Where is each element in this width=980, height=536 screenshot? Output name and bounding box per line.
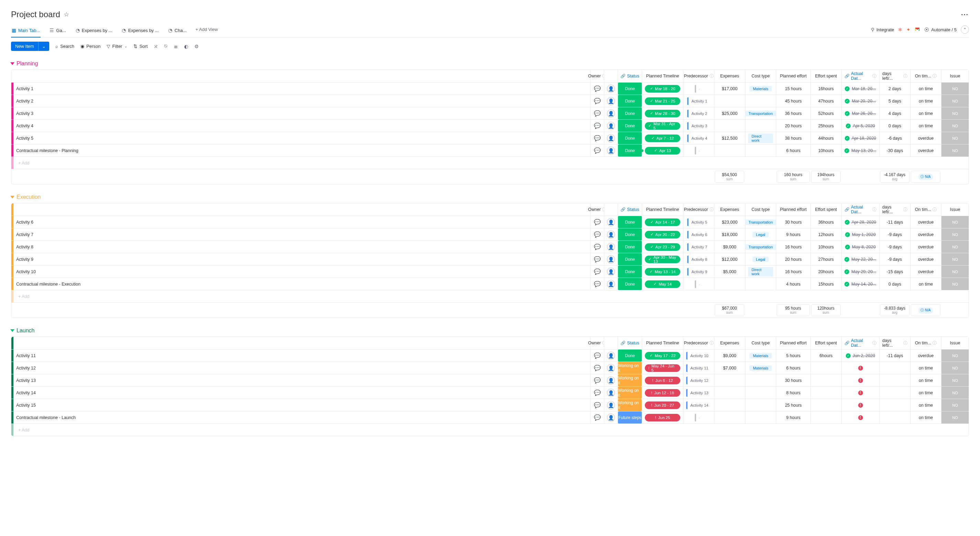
status-cell[interactable]: Done — [618, 107, 642, 119]
conversation-button[interactable]: 💬 — [590, 83, 604, 95]
effort-spent-cell[interactable]: 15hours — [810, 278, 841, 290]
col-cost-type[interactable]: Cost type — [745, 337, 776, 349]
status-cell[interactable]: Done — [618, 350, 642, 361]
gmail-icon[interactable] — [915, 27, 920, 33]
days-left-cell[interactable] — [879, 374, 910, 386]
on-time-cell[interactable]: overdue — [910, 266, 941, 278]
issue-cell[interactable]: NO — [941, 412, 969, 423]
info-icon[interactable]: ⓘ — [932, 207, 937, 213]
days-left-cell[interactable]: -30 days — [879, 145, 910, 156]
col-on-time[interactable]: On tim...ⓘ — [910, 337, 941, 349]
owner-cell[interactable]: 👤 — [604, 253, 618, 265]
expenses-cell[interactable] — [714, 374, 745, 386]
expenses-cell[interactable]: $12,000 — [714, 253, 745, 265]
on-time-cell[interactable]: on time — [910, 412, 941, 423]
item-name[interactable]: Contractual milestone - Execution — [13, 278, 590, 290]
conversation-button[interactable]: 💬 — [590, 362, 604, 374]
sort-button[interactable]: ⇅Sort — [134, 44, 148, 49]
conversation-button[interactable]: 💬 — [590, 278, 604, 290]
pin-icon[interactable]: ⤯ — [154, 44, 158, 49]
col-issue[interactable]: Issue + — [941, 203, 969, 216]
predecessor-chip[interactable]: Activity 7 — [687, 243, 710, 251]
on-time-cell[interactable]: on time — [910, 278, 941, 290]
on-time-cell[interactable]: on time — [910, 83, 941, 95]
integration-icon-2[interactable]: ✦ — [906, 27, 910, 32]
issue-cell[interactable]: NO — [941, 387, 969, 399]
effort-spent-cell[interactable]: 10hours — [810, 145, 841, 156]
predecessor-chip[interactable]: Activity 4 — [687, 135, 710, 142]
effort-spent-cell[interactable] — [810, 399, 841, 411]
cost-type-pill[interactable]: Direct work — [748, 134, 773, 143]
col-cost-type[interactable]: Cost type — [745, 203, 776, 216]
days-left-cell[interactable]: 4 days — [879, 107, 910, 119]
info-icon[interactable]: ⓘ — [710, 340, 714, 346]
conversation-button[interactable]: 💬 — [590, 132, 604, 144]
actual-date-cell[interactable]: ✓Jun 2, 2020 — [841, 350, 879, 361]
planned-effort-cell[interactable]: 9 hours — [776, 228, 810, 240]
col-status[interactable]: 🔗Status — [618, 337, 642, 349]
timeline-cell[interactable]: ✓May 14 — [642, 278, 683, 290]
status-cell[interactable]: Done — [618, 83, 642, 95]
cost-type-cell[interactable]: Transportation — [745, 107, 776, 119]
conversation-button[interactable]: 💬 — [590, 253, 604, 265]
effort-spent-cell[interactable] — [810, 412, 841, 423]
on-time-cell[interactable]: on time — [910, 120, 941, 132]
add-item-row[interactable]: + Add — [11, 423, 969, 436]
effort-spent-cell[interactable]: 25hours — [810, 120, 841, 132]
table-row[interactable]: Activity 5 💬 👤 Done ✓Apr 7 - 12 Activity… — [11, 132, 969, 144]
effort-spent-cell[interactable] — [810, 374, 841, 386]
timeline-cell[interactable]: ✓May 17 - 22 — [642, 350, 683, 361]
actual-date-cell[interactable]: ! — [841, 362, 879, 374]
owner-cell[interactable]: 👤 — [604, 278, 618, 290]
issue-cell[interactable]: NO — [941, 145, 969, 156]
predecessor-cell[interactable]: Activity 7 — [683, 241, 714, 253]
status-cell[interactable]: Working on it — [618, 387, 642, 399]
days-left-cell[interactable]: -15 days — [879, 266, 910, 278]
predecessor-chip[interactable]: Activity 3 — [687, 122, 710, 130]
predecessor-empty[interactable]: - — [695, 414, 703, 421]
integration-icon-1[interactable]: ✱ — [898, 27, 902, 32]
planned-effort-cell[interactable]: 45 hours — [776, 95, 810, 107]
integrate-button[interactable]: ⚲ Integrate — [871, 27, 894, 32]
actual-date-cell[interactable]: ✓Apr 18, 2020 — [841, 132, 879, 144]
predecessor-cell[interactable]: Activity 13 — [683, 387, 714, 399]
expenses-cell[interactable]: $7,000 — [714, 362, 745, 374]
col-cost-type[interactable]: Cost type — [745, 70, 776, 82]
cost-type-cell[interactable] — [745, 399, 776, 411]
planned-effort-cell[interactable]: 30 hours — [776, 216, 810, 228]
status-cell[interactable]: Done — [618, 266, 642, 278]
col-timeline[interactable]: Planned Timeline — [642, 70, 683, 82]
group-header[interactable]: Launch — [11, 328, 969, 334]
predecessor-cell[interactable]: - — [683, 83, 714, 95]
owner-cell[interactable]: 👤 — [604, 374, 618, 386]
status-cell[interactable]: Done — [618, 95, 642, 107]
status-cell[interactable]: Done — [618, 228, 642, 240]
issue-cell[interactable]: NO — [941, 120, 969, 132]
days-left-cell[interactable] — [879, 399, 910, 411]
conversation-button[interactable]: 💬 — [590, 145, 604, 156]
status-cell[interactable]: Done — [618, 132, 642, 144]
effort-spent-cell[interactable]: 16hours — [810, 83, 841, 95]
issue-cell[interactable]: NO — [941, 278, 969, 290]
item-name[interactable]: Activity 4 — [13, 120, 590, 132]
effort-spent-cell[interactable]: 44hours — [810, 132, 841, 144]
conversation-button[interactable]: 💬 — [590, 266, 604, 278]
col-planned-effort[interactable]: Planned effort — [776, 70, 810, 82]
chevron-down-icon[interactable] — [10, 329, 14, 332]
predecessor-cell[interactable]: Activity 14 — [683, 399, 714, 411]
table-row[interactable]: Activity 4 💬 👤 Done ✓Mar 31 - Apr 5 Acti… — [11, 119, 969, 132]
owner-cell[interactable]: 👤 — [604, 132, 618, 144]
timeline-cell[interactable]: ✓Mar 18 - 20 — [642, 83, 683, 95]
table-row[interactable]: Contractual milestone - Launch 💬 👤 Futur… — [11, 411, 969, 423]
col-owner[interactable]: Ownerⓘ — [590, 203, 604, 216]
on-time-cell[interactable]: overdue — [910, 132, 941, 144]
group-header[interactable]: Execution — [11, 194, 969, 200]
timeline-cell[interactable]: !May 24 - Jun 5 — [642, 362, 683, 374]
item-name[interactable]: Activity 15 — [13, 399, 590, 411]
issue-cell[interactable]: NO — [941, 83, 969, 95]
planned-effort-cell[interactable]: 6 hours — [776, 145, 810, 156]
cost-type-cell[interactable] — [745, 95, 776, 107]
info-icon[interactable]: ⓘ — [932, 340, 937, 346]
item-name[interactable]: Activity 3 — [13, 107, 590, 119]
planned-effort-cell[interactable]: 20 hours — [776, 120, 810, 132]
